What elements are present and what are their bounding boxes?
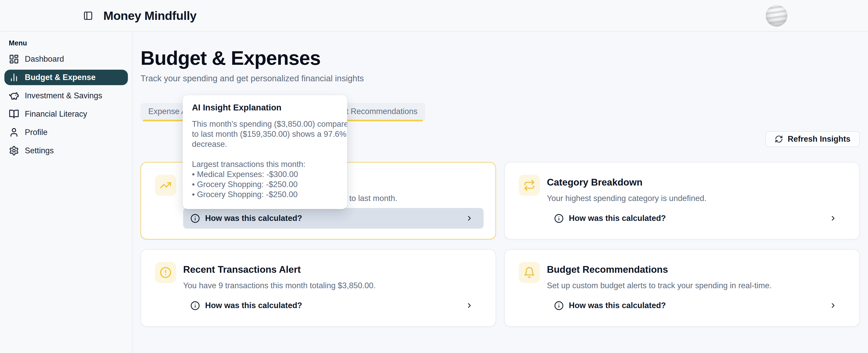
card-description: Set up custom budget alerts to track you… [547,281,772,290]
card-description: You have 9 transactions this month total… [183,281,376,290]
recent-transactions-card: Recent Transactions Alert You have 9 tra… [141,249,496,327]
piggy-bank-icon [9,91,19,101]
sidebar-item-budget-expense[interactable]: Budget & Expense [4,70,128,85]
how-calculated-label: How was this calculated? [205,214,302,223]
refresh-insights-button[interactable]: Refresh Insights [766,131,860,147]
sidebar-item-settings[interactable]: Settings [4,143,128,158]
app-header: Money Mindfully [0,0,868,32]
card-icon-box [155,262,176,283]
chevron-right-icon [829,214,837,222]
alert-circle-icon [160,267,172,278]
user-avatar[interactable] [766,5,787,27]
sidebar-item-dashboard[interactable]: Dashboard [4,51,128,67]
how-calculated-button[interactable]: How was this calculated? [183,208,484,228]
popover-paragraph-line: to last month ($159,350.00) shows a 97.6… [192,129,338,139]
card-icon-box [519,175,540,196]
sidebar-item-label: Settings [25,146,54,155]
card-icon-box [155,175,176,196]
card-description-fragment: to last month. [349,194,397,203]
how-calculated-button[interactable]: How was this calculated? [547,208,847,228]
sidebar-section-label: Menu [9,39,27,47]
popover-list-intro: Largest transactions this month: [192,159,338,169]
budget-recommendations-card: Budget Recommendations Set up custom bud… [504,249,860,327]
page-title: Budget & Expenses [141,48,320,68]
panel-left-icon [83,11,93,21]
page-subtitle: Track your spending and get personalized… [141,74,364,83]
dashboard-grid-icon [9,54,19,64]
sidebar-item-label: Financial Literacy [25,109,87,119]
popover-paragraph-line: decrease. [192,139,338,149]
sidebar-item-financial-literacy[interactable]: Financial Literacy [4,106,128,122]
card-title: Recent Transactions Alert [183,264,301,275]
popover-paragraph-line: This month's spending ($3,850.00) compar… [192,119,338,129]
how-calculated-button[interactable]: How was this calculated? [183,295,484,316]
app-title: Money Mindfully [103,9,196,23]
popover-spacer [192,149,338,159]
bar-chart-icon [9,72,19,82]
how-calculated-label: How was this calculated? [205,301,302,310]
info-icon [190,214,200,223]
refresh-insights-label: Refresh Insights [788,135,850,144]
sidebar-toggle-button[interactable] [83,11,93,21]
how-calculated-label: How was this calculated? [569,214,666,223]
sidebar: Menu Dashboard Budget & Expense [0,32,132,353]
card-description: Your highest spending category is undefi… [547,194,707,203]
ai-insight-popover: AI Insight Explanation This month's spen… [183,95,347,209]
sidebar-item-label: Profile [25,128,48,137]
card-title: Category Breakdown [547,177,643,188]
sidebar-item-investment-savings[interactable]: Investment & Savings [4,88,128,103]
popover-list-item: • Grocery Shopping: -$250.00 [192,179,338,189]
popover-title: AI Insight Explanation [192,102,338,113]
sidebar-item-label: Budget & Expense [25,73,96,82]
card-title: Budget Recommendations [547,264,668,275]
user-icon [9,127,19,138]
sidebar-item-profile[interactable]: Profile [4,125,128,140]
category-breakdown-card: Category Breakdown Your highest spending… [504,162,860,240]
chevron-right-icon [829,302,837,309]
card-icon-box [519,262,540,283]
bell-icon [523,267,535,278]
info-icon [190,301,200,310]
chevron-right-icon [466,214,473,222]
how-calculated-label: How was this calculated? [569,301,666,310]
how-calculated-button[interactable]: How was this calculated? [547,295,847,316]
repeat-icon [523,179,535,191]
sidebar-nav: Dashboard Budget & Expense Investment & … [4,51,128,161]
info-icon [554,301,564,310]
trending-up-icon [160,179,172,191]
gear-icon [9,145,19,156]
popover-list-item: • Medical Expenses: -$300.00 [192,169,338,179]
sidebar-item-label: Dashboard [25,55,64,64]
info-icon [554,214,564,223]
open-book-icon [9,109,19,119]
sidebar-item-label: Investment & Savings [25,91,102,100]
refresh-icon [775,135,783,143]
popover-list-item: • Grocery Shopping: -$250.00 [192,189,338,200]
chevron-right-icon [466,302,473,309]
